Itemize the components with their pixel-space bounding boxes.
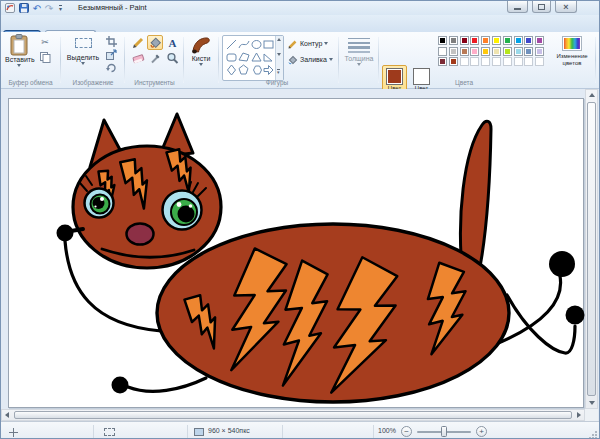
vertical-scrollbar[interactable] — [585, 89, 598, 409]
chevron-down-icon — [357, 63, 361, 66]
palette-color-swatch[interactable] — [470, 36, 479, 45]
palette-color-swatch[interactable] — [438, 57, 447, 66]
copy-button[interactable] — [36, 51, 54, 63]
palette-color-swatch[interactable] — [449, 57, 458, 66]
palette-color-swatch[interactable] — [514, 47, 523, 56]
pencil-tool[interactable] — [130, 35, 146, 50]
scroll-up-arrow[interactable] — [589, 93, 595, 97]
crop-icon — [106, 36, 117, 47]
palette-empty-slot[interactable] — [492, 57, 501, 66]
crop-button[interactable] — [102, 35, 120, 47]
select-button[interactable]: Выделить — [65, 34, 101, 74]
palette-color-swatch[interactable] — [503, 47, 512, 56]
title-bar: ↶ ↷ ▾ Безымянный - Paint × — [1, 1, 600, 15]
scroll-left-arrow[interactable] — [5, 412, 9, 418]
eraser-icon — [132, 52, 145, 65]
palette-row-2 — [438, 47, 544, 56]
work-area — [1, 89, 600, 421]
eyedropper-tool[interactable] — [147, 51, 163, 66]
zoom-level-text: 100% — [378, 427, 396, 434]
palette-color-swatch[interactable] — [460, 47, 469, 56]
gallery-scroll-down[interactable] — [277, 53, 281, 56]
paint-logo-icon[interactable] — [4, 2, 16, 14]
shapes-gallery[interactable]: ▾ — [222, 35, 284, 81]
brushes-button[interactable]: Кисти — [186, 34, 216, 78]
palette-color-swatch[interactable] — [535, 36, 544, 45]
chevron-down-icon — [81, 62, 85, 65]
status-separator — [282, 425, 283, 438]
palette-color-swatch[interactable] — [438, 47, 447, 56]
palette-empty-slot[interactable] — [481, 57, 490, 66]
resize-button[interactable] — [102, 48, 120, 60]
edit-colors-button[interactable]: Изменениецветов — [551, 34, 593, 78]
status-bar: 960 × 540пкс 100% − + — [1, 421, 600, 439]
resize-grip[interactable] — [589, 431, 597, 439]
clipboard-group-label: Буфер обмена — [1, 79, 60, 86]
cut-button[interactable]: ✂ — [36, 36, 54, 48]
palette-color-swatch[interactable] — [524, 47, 533, 56]
cat-nose — [127, 224, 154, 245]
horizontal-scroll-thumb[interactable] — [14, 411, 572, 419]
palette-empty-slot[interactable] — [470, 57, 479, 66]
scroll-right-arrow[interactable] — [577, 412, 581, 418]
minimize-button[interactable] — [507, 1, 528, 13]
fill-tool-selected[interactable] — [147, 35, 163, 50]
chevron-down-icon — [199, 63, 203, 66]
shape-icons — [225, 38, 276, 78]
text-icon: A — [166, 36, 179, 49]
palette-color-swatch[interactable] — [470, 47, 479, 56]
magnifier-tool[interactable] — [164, 51, 180, 66]
gallery-scroll-up[interactable] — [277, 38, 281, 41]
redo-icon[interactable]: ↷ — [43, 2, 55, 14]
shape-fill-button[interactable]: Заливка — [288, 53, 334, 66]
scroll-down-arrow[interactable] — [589, 401, 595, 405]
zoom-out-button[interactable]: − — [401, 426, 412, 437]
palette-color-swatch[interactable] — [438, 36, 447, 45]
palette-color-swatch[interactable] — [503, 36, 512, 45]
palette-color-swatch[interactable] — [514, 36, 523, 45]
palette-color-swatch[interactable] — [449, 36, 458, 45]
outline-button[interactable]: Контур — [288, 37, 332, 50]
chevron-down-icon — [329, 58, 333, 61]
palette-empty-slot[interactable] — [535, 57, 544, 66]
palette-color-swatch[interactable] — [535, 47, 544, 56]
pencil-icon — [132, 36, 145, 49]
resize-icon — [106, 49, 117, 60]
zoom-in-button[interactable]: + — [476, 426, 487, 437]
save-icon[interactable] — [18, 2, 30, 14]
palette-color-swatch[interactable] — [449, 47, 458, 56]
vertical-scroll-thumb[interactable] — [587, 102, 596, 396]
palette-color-swatch[interactable] — [524, 36, 533, 45]
drawing-canvas[interactable] — [8, 98, 584, 408]
rotate-button[interactable] — [102, 61, 120, 73]
close-button[interactable]: × — [555, 1, 577, 13]
image-size-text: 960 × 540пкс — [208, 427, 250, 434]
image-group-label: Изображение — [62, 79, 124, 86]
palette-color-swatch[interactable] — [481, 47, 490, 56]
palette-color-swatch[interactable] — [481, 36, 490, 45]
palette-color-swatch[interactable] — [460, 36, 469, 45]
gallery-more-button[interactable]: ▾ — [277, 69, 280, 74]
undo-icon[interactable]: ↶ — [31, 2, 43, 14]
rainbow-palette-icon — [562, 36, 582, 51]
palette-empty-slot[interactable] — [514, 57, 523, 66]
chevron-down-icon — [324, 42, 328, 45]
maximize-button[interactable] — [532, 1, 551, 13]
palette-empty-slot[interactable] — [460, 57, 469, 66]
paste-button[interactable]: Вставить — [5, 34, 33, 74]
size-button[interactable]: Толщина — [342, 34, 376, 78]
group-separator — [60, 37, 61, 83]
eraser-tool[interactable] — [130, 51, 146, 66]
text-tool[interactable]: A — [164, 35, 180, 50]
palette-color-swatch[interactable] — [492, 47, 501, 56]
zoom-slider-thumb[interactable] — [441, 426, 447, 437]
palette-empty-slot[interactable] — [524, 57, 533, 66]
palette-color-swatch[interactable] — [492, 36, 501, 45]
cat-eye-right-pupil — [178, 206, 195, 223]
qat-dropdown-icon[interactable]: ▾ — [56, 2, 65, 14]
horizontal-scrollbar[interactable] — [1, 409, 585, 421]
tools-group-label: Инструменты — [126, 79, 183, 86]
palette-row-3 — [438, 57, 544, 66]
palette-empty-slot[interactable] — [503, 57, 512, 66]
cat-eye-left-sparkle-small — [94, 205, 96, 207]
